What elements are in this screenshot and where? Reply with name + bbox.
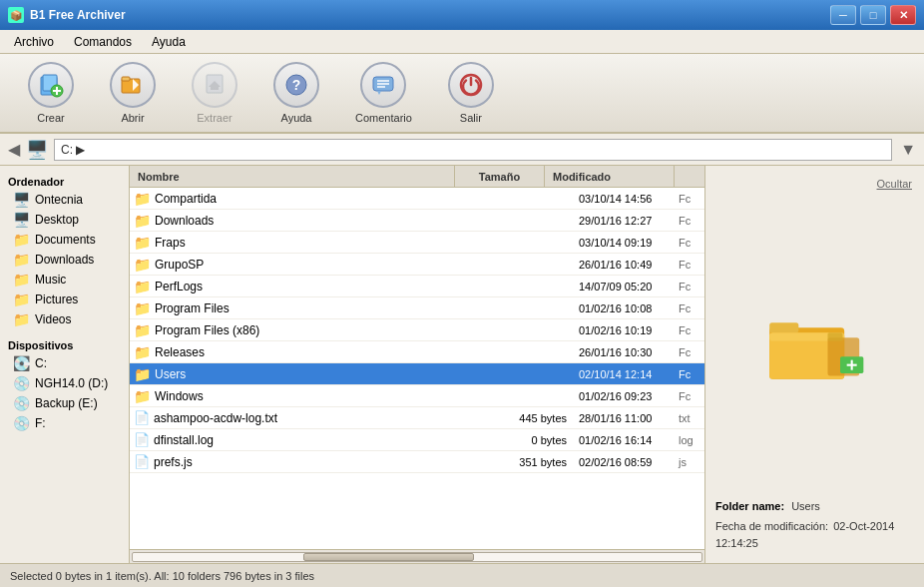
preview-panel: Ocultar F [704,166,924,563]
preview-info: Folder name: Users Fecha de modificación… [715,498,914,553]
minimize-button[interactable]: ─ [830,5,856,25]
svg-marker-14 [377,91,381,95]
hide-preview-button[interactable]: Ocultar [875,176,914,192]
extraer-icon [192,62,237,108]
sidebar-item-downloads[interactable]: 📁 Downloads [0,250,129,270]
sidebar-label-videos: Videos [35,312,71,326]
crear-button[interactable]: Crear [20,58,82,128]
file-mod-cell: 01/02/16 10:19 [575,324,675,336]
file-name-cell: 📁 PerfLogs [130,279,485,294]
salir-icon [448,62,494,108]
computer-icon: 🖥️ [12,192,30,208]
file-icon: 📄 [134,432,150,447]
sidebar-item-e[interactable]: 💿 Backup (E:) [0,393,129,413]
file-icon: 📄 [134,410,150,425]
folder-icon: 📁 [134,235,151,251]
file-size-cell: 351 bytes [485,456,575,468]
title-bar-left: 📦 B1 Free Archiver [8,7,126,23]
table-row[interactable]: 📁 GrupoSP 26/01/16 10:49 Fc [130,254,704,276]
svg-rect-20 [769,322,798,332]
sidebar-item-videos[interactable]: 📁 Videos [0,309,129,329]
menu-bar: Archivo Comandos Ayuda [0,30,924,54]
file-mod-cell: 01/02/16 16:14 [575,434,675,446]
ayuda-icon: ? [273,62,319,108]
sidebar-label-f: F: [35,416,46,430]
salir-button[interactable]: Salir [440,58,502,128]
table-row[interactable]: 📄 prefs.js 351 bytes 02/02/16 08:59 js [130,451,704,473]
table-row[interactable]: 📁 PerfLogs 14/07/09 05:20 Fc [130,276,704,297]
hscroll-thumb[interactable] [303,553,474,561]
sidebar-item-d[interactable]: 💿 NGH14.0 (D:) [0,373,129,393]
table-row[interactable]: 📁 Windows 01/02/16 09:23 Fc [130,385,704,407]
file-mod-cell: 14/07/09 05:20 [575,281,675,293]
col-header-modificado[interactable]: Modificado [545,166,675,187]
sidebar-item-ontecnia[interactable]: 🖥️ Ontecnia [0,190,129,210]
sidebar-item-documents[interactable]: 📁 Documents [0,230,129,250]
folder-preview [765,308,865,391]
table-row[interactable]: 📁 Users 02/10/14 12:14 Fc [130,363,704,385]
drive-f-icon: 💿 [12,415,30,431]
sidebar-ordenador-title: Ordenador [0,172,129,190]
file-name: ashampoo-acdw-log.txt [154,411,277,425]
table-row[interactable]: 📄 dfinstall.log 0 bytes 01/02/16 16:14 l… [130,429,704,451]
file-list-container: Nombre Tamaño Modificado 📁 Compartida 03… [130,166,704,563]
menu-archivo[interactable]: Archivo [4,33,64,51]
table-row[interactable]: 📁 Releases 26/01/16 10:30 Fc [130,341,704,363]
comentario-icon [360,62,406,108]
address-bar: ◀ 🖥️ ▼ [0,134,924,166]
file-name: Fraps [155,236,186,250]
file-type-cell: log [675,434,704,446]
folder-icon: 📁 [134,388,151,404]
sidebar-item-c[interactable]: 💽 C: [0,353,129,373]
file-size-cell: 445 bytes [485,412,575,424]
toolbar: Crear Abrir Extraer ? [0,54,924,134]
sidebar-item-pictures[interactable]: 📁 Pictures [0,290,129,309]
address-dropdown-button[interactable]: ▼ [900,141,916,159]
file-type-cell: Fc [675,368,704,380]
file-name-cell: 📄 ashampoo-acdw-log.txt [130,410,485,425]
svg-text:?: ? [292,77,301,93]
close-button[interactable]: ✕ [890,5,916,25]
ayuda-button[interactable]: ? Ayuda [265,58,327,128]
file-name-cell: 📁 Windows [130,388,485,404]
file-type-cell: Fc [675,324,704,336]
status-text: Selected 0 bytes in 1 item(s). All: 10 f… [10,570,314,582]
folder-name-label: Folder name: [715,500,784,512]
abrir-button[interactable]: Abrir [102,58,164,128]
file-name-cell: 📁 Releases [130,344,485,360]
ayuda-label: Ayuda [281,112,312,124]
sidebar-label-downloads: Downloads [35,253,94,267]
file-type-cell: Fc [675,281,704,293]
back-button[interactable]: ◀ [8,140,20,159]
table-row[interactable]: 📁 Compartida 03/10/14 14:56 Fc [130,188,704,210]
menu-comandos[interactable]: Comandos [64,33,142,51]
table-row[interactable]: 📁 Program Files 01/02/16 10:08 Fc [130,297,704,319]
extraer-button[interactable]: Extraer [184,58,245,128]
folder-preview-svg [765,308,865,388]
file-name-cell: 📄 prefs.js [130,454,485,469]
maximize-button[interactable]: □ [860,5,886,25]
sidebar-item-f[interactable]: 💿 F: [0,413,129,433]
menu-ayuda[interactable]: Ayuda [142,33,196,51]
sidebar-label-desktop: Desktop [35,213,79,227]
table-row[interactable]: 📁 Fraps 03/10/14 09:19 Fc [130,232,704,254]
pc-icon[interactable]: 🖥️ [26,139,48,161]
table-row[interactable]: 📁 Downloads 29/01/16 12:27 Fc [130,210,704,232]
col-header-tamano[interactable]: Tamaño [455,166,545,187]
sidebar-dispositivos-title: Dispositivos [0,335,129,353]
address-input[interactable] [54,139,892,161]
folder-icon: 📁 [134,366,151,382]
sidebar-item-music[interactable]: 📁 Music [0,270,129,290]
folder-icon: 📁 [134,279,151,294]
folder-icon: 📁 [134,257,151,273]
col-header-nombre[interactable]: Nombre [130,166,455,187]
comentario-button[interactable]: Comentario [347,58,420,128]
svg-rect-10 [211,87,219,90]
salir-label: Salir [460,112,482,124]
title-bar-controls: ─ □ ✕ [830,5,916,25]
horizontal-scrollbar[interactable] [130,549,704,563]
file-mod-cell: 03/10/14 14:56 [575,193,675,205]
table-row[interactable]: 📄 ashampoo-acdw-log.txt 445 bytes 28/01/… [130,407,704,429]
table-row[interactable]: 📁 Program Files (x86) 01/02/16 10:19 Fc [130,319,704,341]
sidebar-item-desktop[interactable]: 🖥️ Desktop [0,210,129,230]
